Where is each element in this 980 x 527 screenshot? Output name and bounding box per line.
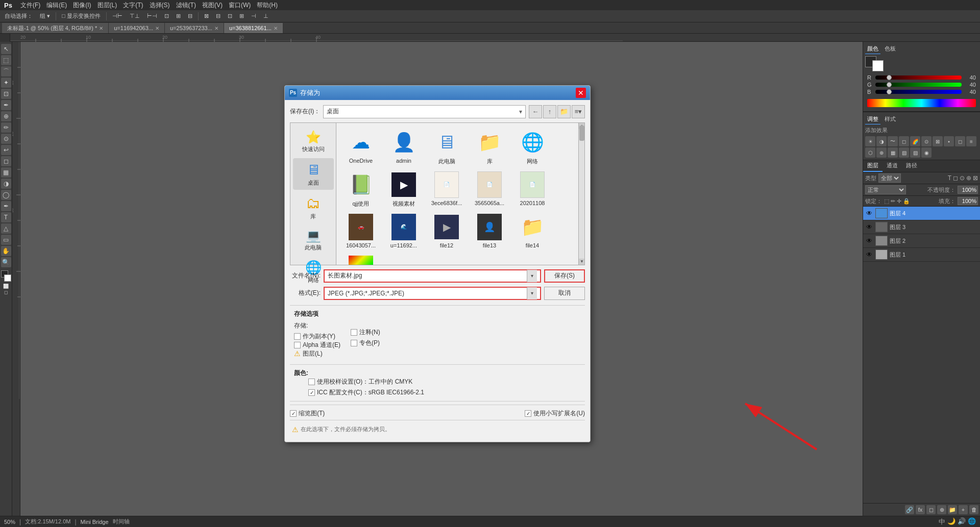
tool-marquee[interactable]: ⬚ [1,55,11,65]
nav-library[interactable]: 🗂 库 [293,192,334,223]
adj-contrast[interactable]: ◑ [876,136,887,146]
nav-desktop[interactable]: 🖥 桌面 [293,158,334,190]
opacity-input[interactable] [958,186,978,194]
lock-all-icon[interactable]: 🔒 [903,198,910,205]
menu-filter[interactable]: 滤镜(T) [176,1,196,10]
file-person[interactable]: 👤 file13 [469,212,510,250]
menu-select[interactable]: 选择(S) [150,1,170,10]
filter-icon5[interactable]: ⊠ [973,174,978,182]
file-colorful[interactable]: file15 [340,253,381,265]
tool-gradient[interactable]: ▦ [1,167,11,178]
tool-brush[interactable]: ✏ [1,122,11,133]
menu-file[interactable]: 文件(F) [20,1,40,10]
file-sea[interactable]: 🌊 u=11692... [383,212,424,250]
toolbar-align2[interactable]: ⊤⊥ [127,12,142,20]
layer-4-item[interactable]: 👁 图层 4 [863,207,980,220]
time-info[interactable]: 时间轴 [113,518,130,525]
toolbar-align5[interactable]: ⊞ [174,12,183,20]
tool-text[interactable]: T [1,212,11,222]
toolbar-dist4[interactable]: ⊞ [237,12,247,20]
tab-adjust[interactable]: 调整 [865,114,880,124]
tab-paths[interactable]: 路径 [902,160,921,172]
tab-2-close[interactable]: ✕ [155,26,159,31]
tab-1-close[interactable]: ✕ [99,26,103,31]
menu-layer[interactable]: 图层(L) [97,1,117,10]
file-folder1[interactable]: ▶ file12 [426,212,467,250]
menu-view[interactable]: 视图(V) [202,1,223,10]
location-up-btn[interactable]: ↑ [543,105,556,118]
adj-threshold[interactable]: ▧ [899,147,909,158]
blend-mode-select[interactable]: 正常 [865,185,906,194]
menu-text[interactable]: 文字(T) [123,1,143,10]
adj-gradient[interactable]: ▨ [910,147,920,158]
file-car[interactable]: 🚗 16043057... [340,212,381,250]
toolbar-align6[interactable]: ⊟ [185,12,195,20]
adj-hsl[interactable]: ⊙ [921,136,932,146]
toolbar-align3[interactable]: ⊢⊣ [144,12,160,20]
layer-delete-btn[interactable]: 🗑 [969,505,978,514]
slider-r-thumb[interactable] [887,75,892,80]
toolbar-group[interactable]: 组 ▾ [37,11,53,21]
filter-icon1[interactable]: T [948,174,951,182]
toolbar-transform[interactable]: □ 显示变换控件 [59,11,103,21]
adj-brightness[interactable]: ☀ [865,136,875,146]
toolbar-dist6[interactable]: ⊥ [261,12,271,20]
tab-swatch[interactable]: 色板 [883,44,898,54]
toolbar-dist3[interactable]: ⊡ [225,12,235,20]
lock-move-icon[interactable]: ✛ [897,198,901,205]
tab-4-close[interactable]: ✕ [274,26,278,31]
tool-wand[interactable]: ✦ [1,78,11,88]
tab-1[interactable]: 未标题-1 @ 50% (图层 4, RGB/8#) * ✕ [2,23,109,33]
tab-color[interactable]: 颜色 [865,44,880,54]
toolbar-auto-select[interactable]: 自动选择： [2,11,35,21]
adj-curves[interactable]: 〜 [888,136,898,146]
file-library[interactable]: 📁 库 [469,127,510,167]
color-spectrum[interactable] [867,99,976,107]
file-computer[interactable]: 🖥 此电脑 [426,127,467,167]
slider-b-thumb[interactable] [887,89,892,94]
lowercase-cb[interactable] [525,410,531,417]
slider-g-track[interactable] [875,83,962,87]
location-view-btn[interactable]: ≡▾ [572,105,585,118]
tool-crop[interactable]: ⊡ [1,89,11,99]
toolbar-align4[interactable]: ⊡ [162,12,172,20]
fg-bg-swatch[interactable] [0,270,12,282]
file-network[interactable]: 🌐 网络 [512,127,553,167]
tool-lasso[interactable]: ⌒ [1,66,11,77]
mini-bridge-label[interactable]: Mini Bridge [81,519,109,525]
cancel-button[interactable]: 取消 [544,287,585,300]
adj-channelmix[interactable]: ≡ [966,136,976,146]
toolbar-align1[interactable]: ⊣⊢ [110,12,125,20]
adj-invert[interactable]: ⊕ [876,147,887,158]
layer-fx-btn[interactable]: fx [916,505,925,514]
color-proof-cb[interactable] [308,379,315,385]
lock-transparent-icon[interactable]: ⬚ [884,198,889,205]
tool-eyedropper[interactable]: ✒ [1,100,11,110]
slider-r-track[interactable] [875,76,962,80]
filename-dropdown-btn[interactable]: ▾ [527,270,537,282]
file-20201108[interactable]: 📄 20201108 [512,169,553,210]
fg-bg-colors[interactable] [865,56,884,71]
menu-edit[interactable]: 编辑(E) [46,1,67,10]
tool-mask[interactable]: ⬜ [3,284,9,289]
tab-channels[interactable]: 通道 [883,160,902,172]
tool-hand[interactable]: ✋ [1,246,11,256]
filter-icon4[interactable]: ⊕ [966,174,971,182]
tool-stamp[interactable]: ⊙ [1,134,11,144]
nav-computer[interactable]: 💻 此电脑 [293,225,334,255]
location-back-btn[interactable]: ← [529,105,542,118]
tool-healing[interactable]: ⊕ [1,111,11,121]
layer-new-btn[interactable]: + [959,505,968,514]
tab-3[interactable]: u=2539637233... ✕ [165,23,224,33]
tab-layers[interactable]: 图层 [863,160,883,172]
sys-icon-4[interactable]: 🌐 [968,517,976,526]
format-dropdown-btn[interactable]: ▾ [527,287,537,299]
adj-photo[interactable]: ◻ [955,136,965,146]
sys-icon-1[interactable]: 中 [939,517,945,526]
location-input[interactable]: 桌面 ▾ [323,105,526,118]
option-alpha-cb[interactable] [294,342,301,348]
menu-image[interactable]: 图像(I) [73,1,91,10]
tool-shape[interactable]: ▭ [1,235,11,245]
option-copy-cb[interactable] [294,333,301,340]
fill-input[interactable] [958,197,978,205]
